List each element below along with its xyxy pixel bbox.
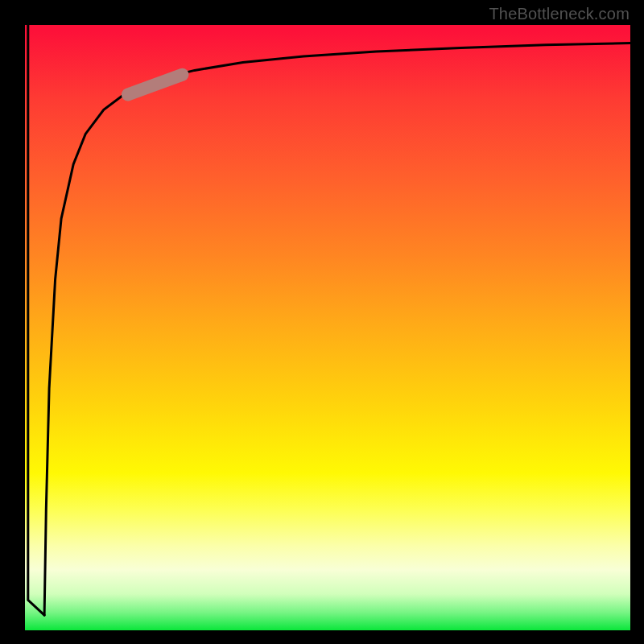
curve-layer <box>25 25 630 630</box>
left-edge-line <box>28 25 44 615</box>
main-curve-line <box>44 43 630 616</box>
chart-stage: TheBottleneck.com <box>0 0 644 644</box>
attribution-text: TheBottleneck.com <box>489 5 630 23</box>
highlight-segment <box>128 75 183 95</box>
